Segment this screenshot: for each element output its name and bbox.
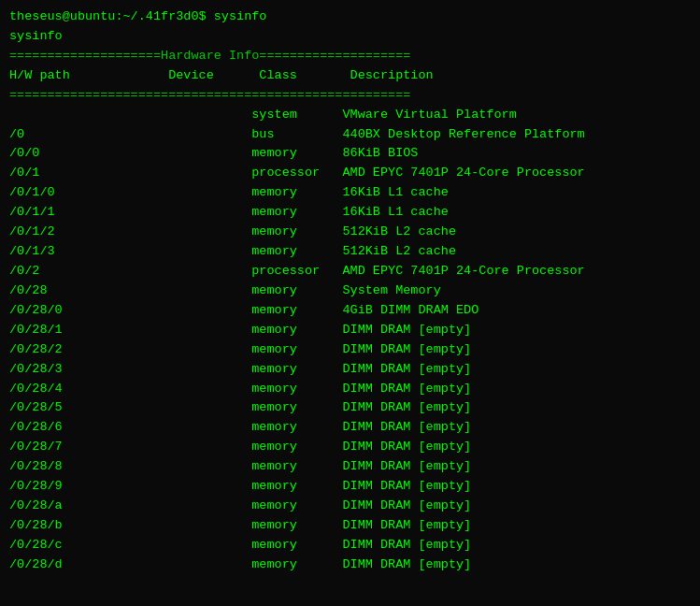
table-row: /0/0 memory 86KiB BIOS — [9, 144, 691, 164]
table-row: /0/1/3 memory 512KiB L2 cache — [9, 242, 691, 262]
table-row: /0/28/5 memory DIMM DRAM [empty] — [9, 398, 691, 418]
table-row: /0/28/a memory DIMM DRAM [empty] — [9, 497, 691, 516]
table-row: /0/1/2 memory 512KiB L2 cache — [9, 223, 691, 242]
table-row: /0/1 processor AMD EPYC 7401P 24-Core Pr… — [9, 164, 691, 183]
separator-mid: ========================================… — [9, 86, 691, 106]
terminal-window: theseus@ubuntu:~/.41fr3d0$ sysinfo sysin… — [0, 0, 700, 606]
command-output-label: sysinfo — [9, 27, 691, 47]
table-row: /0/28/2 memory DIMM DRAM [empty] — [9, 340, 691, 360]
column-headers: H/W path Device Class Description — [9, 66, 691, 86]
table-row: /0/28/d memory DIMM DRAM [empty] — [9, 556, 691, 575]
data-rows: system VMware Virtual Platform/0 bus 440… — [9, 106, 691, 575]
prompt-line: theseus@ubuntu:~/.41fr3d0$ sysinfo — [9, 7, 691, 27]
table-row: /0/28/8 memory DIMM DRAM [empty] — [9, 457, 691, 477]
table-row: /0/28/6 memory DIMM DRAM [empty] — [9, 418, 691, 438]
table-row: /0/28/3 memory DIMM DRAM [empty] — [9, 360, 691, 380]
table-row: /0 bus 440BX Desktop Reference Platform — [9, 125, 691, 145]
table-row: /0/28/c memory DIMM DRAM [empty] — [9, 536, 691, 556]
table-row: /0/28/7 memory DIMM DRAM [empty] — [9, 438, 691, 457]
table-row: system VMware Virtual Platform — [9, 106, 691, 125]
table-row: /0/2 processor AMD EPYC 7401P 24-Core Pr… — [9, 262, 691, 281]
table-row: /0/28 memory System Memory — [9, 281, 691, 301]
table-row: /0/28/b memory DIMM DRAM [empty] — [9, 516, 691, 536]
table-row: /0/1/0 memory 16KiB L1 cache — [9, 183, 691, 203]
separator-top: ====================Hardware Info=======… — [9, 47, 691, 66]
table-row: /0/1/1 memory 16KiB L1 cache — [9, 203, 691, 223]
table-row: /0/28/0 memory 4GiB DIMM DRAM EDO — [9, 301, 691, 321]
table-row: /0/28/4 memory DIMM DRAM [empty] — [9, 380, 691, 399]
table-row: /0/28/9 memory DIMM DRAM [empty] — [9, 477, 691, 497]
table-row: /0/28/1 memory DIMM DRAM [empty] — [9, 321, 691, 340]
